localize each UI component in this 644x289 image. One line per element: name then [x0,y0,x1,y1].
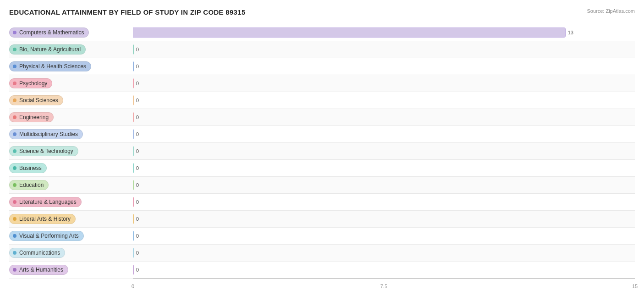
pill-dot-icon [13,149,16,153]
bar [133,248,134,258]
x-axis: 07.515 [133,282,635,289]
pill-dot-icon [13,166,16,170]
table-row: Engineering0 [9,109,635,126]
bar-label: Physical & Health Sciences [19,63,86,70]
pill-dot-icon [13,115,16,119]
bar-area: 0 [133,177,635,193]
label-pill: Communications [9,248,133,258]
pill-dot-icon [13,217,16,221]
pill-dot-icon [13,48,16,51]
bar-label: Engineering [19,114,49,120]
bar-label: Communications [19,250,60,256]
pill-dot-icon [13,268,16,272]
bar [133,146,134,156]
bar-label: Computers & Mathematics [19,29,84,36]
bar-value: 0 [136,115,139,120]
bar-area: 0 [133,228,635,244]
table-row: Science & Technology0 [9,143,635,160]
bar-label: Liberal Arts & History [19,216,71,222]
bar [133,95,134,105]
pill-dot-icon [13,31,16,34]
bar-value: 0 [136,81,139,86]
label-pill: Social Sciences [9,95,133,105]
table-row: Liberal Arts & History0 [9,211,635,228]
pill-dot-icon [13,98,16,102]
bar-value: 0 [136,199,139,205]
bar [133,78,134,88]
pill-dot-icon [13,82,16,85]
chart-title: EDUCATIONAL ATTAINMENT BY FIELD OF STUDY… [9,8,246,16]
chart-source: Source: ZipAtlas.com [587,8,635,14]
bar-value: 0 [136,267,139,273]
bar-label: Business [19,165,42,171]
table-row: Physical & Health Sciences0 [9,58,635,75]
pill-dot-icon [13,132,16,136]
pill-dot-icon [13,234,16,238]
table-row: Communications0 [9,245,635,262]
bar-label: Literature & Languages [19,199,76,205]
label-pill: Literature & Languages [9,197,133,207]
bar-value: 0 [136,64,139,69]
table-row: Arts & Humanities0 [9,262,635,278]
label-pill: Computers & Mathematics [9,27,133,38]
bar-label: Multidisciplinary Studies [19,131,78,137]
chart-body: Computers & Mathematics13Bio, Nature & A… [9,24,635,278]
table-row: Visual & Performing Arts0 [9,228,635,245]
bar [133,61,134,71]
bar-label: Bio, Nature & Agricultural [19,46,81,53]
bar-area: 0 [133,194,635,210]
table-row: Education0 [9,177,635,194]
bar-label: Social Sciences [19,97,58,104]
bar-area: 13 [133,24,635,41]
bar-area: 0 [133,245,635,261]
bar-area: 0 [133,75,635,92]
bar-area: 0 [133,211,635,227]
label-pill: Liberal Arts & History [9,214,133,224]
table-row: Computers & Mathematics13 [9,24,635,41]
label-pill: Multidisciplinary Studies [9,129,133,139]
bar [133,214,134,224]
label-pill: Bio, Nature & Agricultural [9,44,133,55]
chart-header: EDUCATIONAL ATTAINMENT BY FIELD OF STUDY… [9,8,635,16]
bar-area: 0 [133,58,635,75]
bar-label: Visual & Performing Arts [19,233,79,239]
bar-value: 0 [136,250,139,256]
bar-value: 0 [136,98,139,103]
bar-area: 0 [133,92,635,109]
label-pill: Visual & Performing Arts [9,231,133,241]
bar-value: 0 [136,216,139,222]
bar-value: 0 [136,47,139,52]
bar-area: 0 [133,160,635,176]
bar [133,180,134,190]
bar [133,129,134,139]
label-pill: Physical & Health Sciences [9,61,133,71]
bar-label: Psychology [19,80,47,87]
x-axis-tick: 7.5 [380,284,387,289]
bar-value: 0 [136,148,139,154]
x-axis-tick: 15 [632,284,638,289]
label-pill: Education [9,180,133,190]
bar-area: 0 [133,126,635,142]
bar [133,231,134,241]
bar-area: 0 [133,109,635,125]
label-pill: Arts & Humanities [9,265,133,275]
label-pill: Science & Technology [9,146,133,156]
bar [133,265,134,275]
bar-area: 0 [133,262,635,278]
table-row: Multidisciplinary Studies0 [9,126,635,143]
bar [133,44,134,55]
label-pill: Psychology [9,78,133,88]
label-pill: Engineering [9,112,133,122]
bar-area: 0 [133,143,635,159]
bar [133,163,134,173]
table-row: Bio, Nature & Agricultural0 [9,41,635,58]
x-axis-tick: 0 [131,284,134,289]
table-row: Psychology0 [9,75,635,92]
bar [133,27,566,38]
bar-label: Science & Technology [19,148,73,154]
bar-label: Education [19,182,44,188]
table-row: Social Sciences0 [9,92,635,109]
bar [133,112,134,122]
chart-container: EDUCATIONAL ATTAINMENT BY FIELD OF STUDY… [0,0,644,289]
bar [133,197,134,207]
